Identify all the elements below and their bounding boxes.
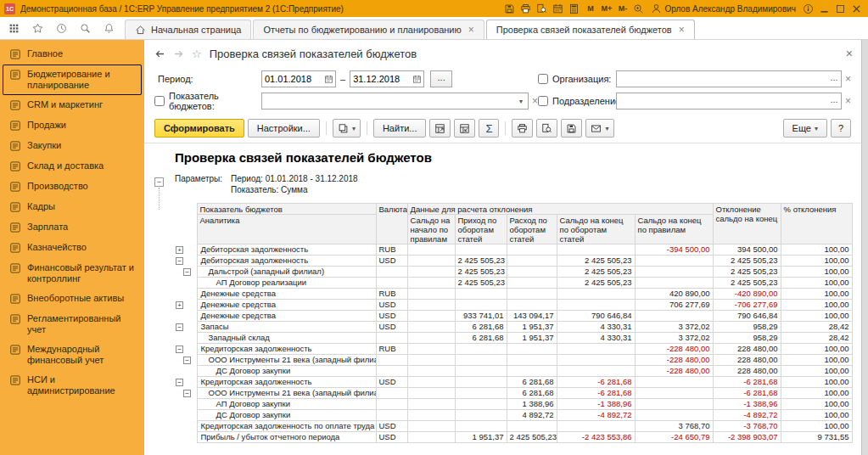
row-indicator: Денежные средства [197, 300, 376, 311]
sidebar-item-payroll[interactable]: Зарплата [0, 217, 144, 238]
organization-checkbox[interactable] [538, 74, 548, 84]
period-from-calendar-button[interactable] [322, 71, 335, 87]
budgeting-icon [9, 69, 21, 81]
row-expander-icon[interactable]: − [176, 257, 183, 265]
row-expander-icon[interactable]: − [183, 268, 191, 276]
outline-collapse-button[interactable] [154, 177, 164, 187]
row-expander-icon[interactable]: − [176, 379, 183, 386]
sidebar-item-purchases[interactable]: Закупки [0, 136, 144, 156]
tab-1[interactable]: Отчеты по бюджетированию и планированию [253, 20, 484, 39]
settings-button[interactable]: Настройки... [248, 119, 320, 138]
favorites-button[interactable] [31, 21, 45, 35]
department-select-button[interactable] [827, 93, 841, 109]
form-close-icon[interactable] [846, 47, 853, 60]
organization-input[interactable] [617, 71, 827, 87]
row-currency: USD [376, 300, 407, 311]
budget-indicator-label: Показатель бюджетов: [169, 91, 261, 111]
row-expander-icon[interactable]: − [176, 323, 183, 331]
row-value: 100,00 [781, 289, 852, 300]
info-button[interactable] [801, 2, 815, 15]
sidebar-item-main[interactable]: Главное [0, 44, 144, 65]
sidebar-item-treasury[interactable]: Казначейство [0, 238, 144, 258]
report-variants-button[interactable] [333, 119, 361, 138]
calendar-button[interactable] [551, 2, 565, 15]
department-clear-button[interactable] [845, 95, 851, 107]
row-expander-icon[interactable]: + [176, 246, 183, 254]
sidebar-item-production[interactable]: Производство [0, 177, 144, 197]
calculator-button[interactable] [567, 2, 581, 15]
period-to-calendar-button[interactable] [410, 71, 423, 87]
sidebar-item-assets[interactable]: Внеоборотные активы [0, 289, 144, 309]
column-header-saldo-end-rules: Сальдо на конец по правилам [635, 215, 713, 244]
memory-button-1[interactable]: M+ [599, 2, 613, 15]
sidebar-item-label: Казначейство [27, 242, 87, 253]
window-scrollbar-strip[interactable] [861, 40, 868, 455]
row-expander-icon[interactable]: − [176, 345, 183, 353]
find-button[interactable]: Найти... [373, 119, 427, 138]
sidebar-item-hr[interactable]: Кадры [0, 197, 144, 217]
row-expander-icon[interactable]: + [176, 301, 183, 309]
row-expander-icon[interactable]: − [183, 357, 191, 364]
preview-button[interactable] [535, 2, 549, 15]
menu-grid-button[interactable] [7, 21, 21, 35]
sidebar-item-warehouse[interactable]: Склад и доставка [0, 156, 144, 177]
sidebar-item-admin[interactable]: НСИ и администрирование [0, 370, 144, 401]
department-input[interactable] [617, 93, 827, 109]
row-value [407, 311, 455, 322]
memory-button-2[interactable]: M- [615, 2, 630, 15]
window-minimize-button[interactable] [817, 2, 832, 15]
organization-clear-button[interactable] [845, 73, 851, 85]
row-expander-icon[interactable]: − [183, 390, 191, 397]
period-to-input[interactable] [350, 71, 410, 87]
print-button[interactable] [512, 119, 533, 138]
table-row: −Дальстрой (западный филиал)2 425 505,23… [175, 267, 852, 278]
expand-groups-button[interactable] [429, 119, 451, 138]
column-header-saldo-end-turnover: Сальдо на конец по оборотам статей [557, 215, 635, 244]
save-button[interactable] [502, 2, 517, 15]
forward-button[interactable] [173, 48, 184, 59]
tab-2[interactable]: Проверка связей показателей бюджетов [486, 20, 695, 39]
row-currency: RUB [376, 289, 407, 300]
window-close-button[interactable] [849, 2, 864, 15]
window-maximize-button[interactable] [833, 2, 848, 15]
sidebar-item-ifrs[interactable]: Международный финансовый учет [0, 340, 144, 370]
back-button[interactable] [154, 48, 165, 59]
period-variants-button[interactable] [430, 70, 452, 87]
budget-indicator-dropdown-button[interactable] [514, 93, 528, 109]
budget-indicator-checkbox[interactable] [154, 96, 165, 106]
add-favorite-star-icon[interactable] [192, 48, 202, 60]
generate-button[interactable]: Сформировать [154, 119, 244, 138]
sidebar-item-regulated[interactable]: Регламентированный учет [0, 309, 144, 340]
budget-indicator-clear-button[interactable] [532, 95, 538, 107]
table-row: −Кредиторская задолженностьUSD6 281,68-6… [175, 377, 852, 388]
memory-button-0[interactable]: M [583, 2, 597, 15]
history-button[interactable] [54, 21, 69, 35]
send-mail-button[interactable] [585, 119, 613, 138]
tab-0[interactable]: Начальная страница [125, 20, 251, 39]
totals-button[interactable]: Σ [479, 119, 499, 138]
print-button[interactable] [518, 2, 533, 15]
sidebar-item-sales[interactable]: Продажи [0, 115, 144, 136]
sidebar-item-fin-result[interactable]: Финансовый результат и контроллинг [0, 258, 144, 289]
save-report-button[interactable] [561, 119, 582, 138]
sidebar-item-crm[interactable]: CRM и маркетинг [0, 95, 144, 115]
organization-select-button[interactable] [827, 71, 841, 87]
period-from-input[interactable] [262, 71, 322, 87]
more-button[interactable]: Еще [783, 119, 827, 138]
row-currency: USD [376, 322, 407, 333]
tab-close-icon[interactable] [679, 24, 685, 36]
help-button[interactable]: ? [831, 119, 851, 138]
budget-indicator-input[interactable] [262, 93, 514, 109]
preview-button[interactable] [536, 119, 557, 138]
tab-close-icon[interactable] [468, 24, 474, 36]
notifications-button[interactable] [102, 21, 116, 35]
row-currency: USD [376, 421, 407, 432]
report-parameters: Параметры: Период: 01.01.2018 - 31.12.20… [175, 173, 853, 195]
department-checkbox[interactable] [538, 96, 548, 106]
current-user[interactable]: Орлов Александр Владимирович [651, 3, 796, 14]
sidebar-item-budgeting[interactable]: Бюджетирование и планирование [3, 65, 142, 95]
search-button[interactable] [78, 21, 92, 35]
table-row: −Дебиторская задолженностьUSD2 425 505,2… [175, 256, 852, 267]
zoom-button[interactable] [631, 2, 646, 15]
collapse-groups-button[interactable] [454, 119, 475, 138]
